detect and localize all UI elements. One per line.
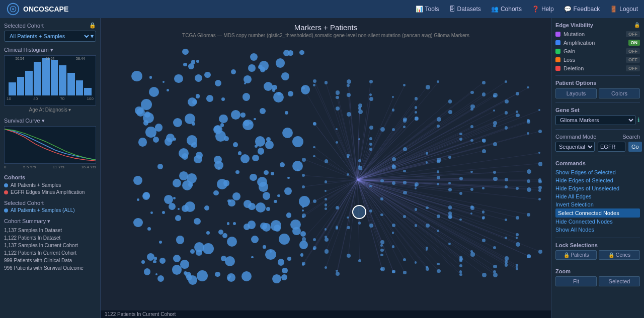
gene-node[interactable] <box>358 165 360 167</box>
layouts-button[interactable]: Layouts <box>555 88 597 98</box>
gene-node[interactable] <box>369 209 372 213</box>
patient-node[interactable] <box>178 208 180 210</box>
gene-node[interactable] <box>403 191 407 195</box>
gene-node[interactable] <box>482 210 485 214</box>
gene-node[interactable] <box>448 243 451 245</box>
patient-node[interactable] <box>196 60 199 63</box>
patient-node[interactable] <box>167 89 169 91</box>
gene-node[interactable] <box>482 217 485 220</box>
gene-node[interactable] <box>493 177 498 181</box>
patient-node[interactable] <box>285 111 288 115</box>
gene-node[interactable] <box>325 203 328 206</box>
patient-node[interactable] <box>159 258 166 264</box>
patient-node[interactable] <box>256 202 266 213</box>
patient-node[interactable] <box>240 113 245 117</box>
gene-node[interactable] <box>505 111 508 114</box>
gene-node[interactable] <box>325 238 329 242</box>
edge-toggle-button[interactable]: OFF <box>626 57 640 63</box>
gene-node[interactable] <box>516 114 520 118</box>
patient-node[interactable] <box>215 80 221 86</box>
gene-node[interactable] <box>403 181 407 184</box>
gene-node[interactable] <box>325 228 327 231</box>
lock-genes-button[interactable]: 🔒 Genes <box>599 250 640 260</box>
gene-node[interactable] <box>448 110 452 114</box>
patient-node[interactable] <box>259 182 268 191</box>
gene-node[interactable] <box>403 118 407 122</box>
patient-node[interactable] <box>301 85 310 94</box>
nav-datasets[interactable]: 🗄 Datasets <box>449 6 481 13</box>
gene-node[interactable] <box>347 93 351 97</box>
patient-node[interactable] <box>223 180 229 186</box>
gene-node[interactable] <box>459 273 462 276</box>
patient-node[interactable] <box>196 152 203 159</box>
gene-node[interactable] <box>313 155 315 158</box>
gene-node[interactable] <box>325 190 327 192</box>
patient-node[interactable] <box>279 234 290 245</box>
gene-node[interactable] <box>313 79 316 83</box>
gene-node[interactable] <box>448 156 451 159</box>
nav-cohorts[interactable]: 👥 Cohorts <box>491 6 522 13</box>
gene-node[interactable] <box>347 226 350 229</box>
patient-node[interactable] <box>266 137 271 142</box>
command-item[interactable]: Invert Selection <box>555 200 640 208</box>
gene-node[interactable] <box>493 95 496 97</box>
patient-node[interactable] <box>155 124 163 131</box>
patient-node[interactable] <box>194 218 200 225</box>
gene-node[interactable] <box>426 249 428 251</box>
gene-node[interactable] <box>403 215 406 218</box>
patient-node[interactable] <box>196 94 200 98</box>
patient-node[interactable] <box>288 91 293 96</box>
patient-node[interactable] <box>287 257 291 260</box>
x-axis-label[interactable]: Age At Diagnosis ▾ <box>4 107 96 113</box>
gene-node[interactable] <box>336 128 338 130</box>
gene-node[interactable] <box>426 206 429 209</box>
cohort-summary-title[interactable]: Cohort Summary ▾ <box>4 218 96 225</box>
patient-node[interactable] <box>172 265 182 275</box>
search-input[interactable] <box>598 142 625 152</box>
gene-node[interactable] <box>369 148 372 151</box>
patient-node[interactable] <box>263 192 271 200</box>
patient-node[interactable] <box>131 71 142 82</box>
gene-node[interactable] <box>493 121 497 125</box>
patient-node[interactable] <box>143 113 153 123</box>
gene-node[interactable] <box>426 161 428 163</box>
gene-node[interactable] <box>336 90 340 94</box>
patient-node[interactable] <box>176 236 184 244</box>
gene-node[interactable] <box>459 219 462 221</box>
patient-node[interactable] <box>191 60 196 64</box>
gene-node[interactable] <box>302 174 305 177</box>
gene-node[interactable] <box>358 159 361 162</box>
gene-node[interactable] <box>380 240 384 244</box>
patient-node[interactable] <box>300 231 306 237</box>
gene-node[interactable] <box>369 137 372 140</box>
patient-node[interactable] <box>243 120 254 131</box>
gene-node[interactable] <box>505 185 508 188</box>
gene-node[interactable] <box>493 273 498 277</box>
go-button[interactable]: Go <box>628 142 642 152</box>
patient-node[interactable] <box>133 218 142 227</box>
patient-node[interactable] <box>220 123 224 127</box>
patient-node[interactable] <box>187 173 196 183</box>
gene-node[interactable] <box>302 214 306 218</box>
survival-curve-title[interactable]: Survival Curve ▾ <box>4 118 96 124</box>
gene-node[interactable] <box>493 171 496 174</box>
patient-node[interactable] <box>206 95 213 101</box>
gene-node[interactable] <box>369 224 373 228</box>
gene-node[interactable] <box>392 270 395 273</box>
zoom-fit-button[interactable]: Fit <box>555 276 597 286</box>
patient-node[interactable] <box>173 118 182 127</box>
edge-toggle-button[interactable]: OFF <box>626 65 640 71</box>
patient-node[interactable] <box>286 213 292 218</box>
gene-node[interactable] <box>516 92 519 95</box>
gene-node[interactable] <box>347 79 351 84</box>
patient-node[interactable] <box>227 199 231 203</box>
gene-node[interactable] <box>538 250 542 254</box>
cohort-select-wrapper[interactable]: All Patients + Samples ▾ <box>4 31 96 42</box>
patient-node[interactable] <box>231 110 240 120</box>
patient-node[interactable] <box>252 155 259 162</box>
patient-node[interactable] <box>299 196 310 207</box>
zoom-selected-button[interactable]: Selected <box>599 276 640 286</box>
patient-node[interactable] <box>138 138 147 146</box>
nav-feedback[interactable]: 💬 Feedback <box>564 6 600 13</box>
gene-node[interactable] <box>325 198 327 200</box>
